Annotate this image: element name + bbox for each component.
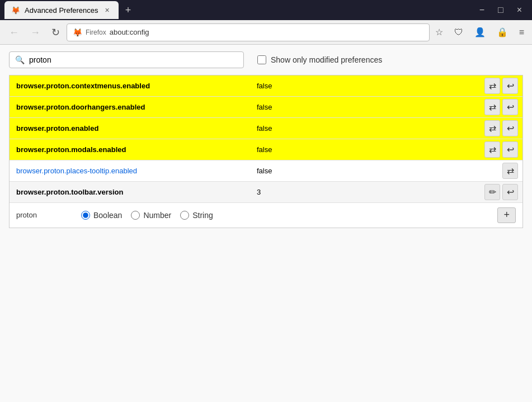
add-pref-name: proton: [16, 211, 72, 219]
search-icon: 🔍: [15, 55, 25, 64]
active-tab: 🦊 Advanced Preferences ×: [4, 1, 119, 19]
pref-actions: ✏ ↩: [480, 182, 522, 202]
reset-button[interactable]: ↩: [502, 141, 518, 158]
pref-actions: ⇄: [498, 160, 522, 181]
pref-value: false: [250, 162, 498, 179]
reset-button[interactable]: ↩: [502, 99, 518, 115]
number-radio[interactable]: [131, 211, 140, 220]
string-radio-label[interactable]: String: [180, 211, 213, 220]
address-bar[interactable]: 🦊 Firefox about:config: [67, 23, 430, 41]
search-input[interactable]: [29, 55, 238, 64]
string-label: String: [192, 211, 213, 220]
bookmark-star-button[interactable]: ☆: [432, 25, 446, 40]
add-preference-button[interactable]: +: [497, 207, 516, 223]
toggle-button[interactable]: ⇄: [484, 78, 500, 94]
pref-value: false: [250, 98, 480, 116]
pref-value: false: [250, 120, 480, 137]
main-content: 🔍 Show only modified preferences browser…: [0, 45, 532, 402]
address-text: about:config: [110, 28, 423, 36]
pref-value: false: [250, 141, 480, 158]
pref-actions: ⇄ ↩: [480, 118, 522, 139]
search-input-wrap: 🔍: [9, 51, 244, 68]
number-label: Number: [143, 211, 171, 220]
string-radio[interactable]: [180, 211, 189, 220]
pref-value: false: [250, 77, 480, 94]
maximize-button[interactable]: □: [492, 3, 509, 17]
tab-title: Advanced Preferences: [25, 6, 98, 15]
pref-actions: ⇄ ↩: [480, 139, 522, 160]
reset-button[interactable]: ↩: [502, 184, 518, 200]
modified-label: Show only modified preferences: [271, 55, 382, 64]
titlebar-tabs: 🦊 Advanced Preferences × +: [4, 1, 474, 19]
table-row: browser.proton.contextmenus.enabled fals…: [10, 75, 522, 97]
pref-name: browser.proton.enabled: [10, 120, 250, 137]
reload-button[interactable]: ↻: [47, 25, 64, 40]
pref-name: browser.proton.contextmenus.enabled: [10, 77, 250, 94]
protect-button[interactable]: 🔒: [493, 25, 511, 40]
table-row: browser.proton.enabled false ⇄ ↩: [10, 118, 522, 139]
type-radio-group: Boolean Number String: [81, 211, 213, 220]
boolean-radio[interactable]: [81, 211, 90, 220]
toggle-button[interactable]: ⇄: [484, 99, 500, 115]
menu-button[interactable]: ≡: [516, 25, 528, 40]
pref-name: browser.proton.toolbar.version: [10, 183, 250, 201]
close-button[interactable]: ×: [511, 3, 528, 17]
titlebar: 🦊 Advanced Preferences × + − □ ×: [0, 0, 532, 20]
boolean-label: Boolean: [93, 211, 122, 220]
pref-actions: ⇄ ↩: [480, 97, 522, 117]
toggle-button[interactable]: ⇄: [484, 141, 500, 158]
reset-button[interactable]: ↩: [502, 120, 518, 136]
firefox-logo-icon: 🦊: [73, 28, 82, 37]
titlebar-controls: − □ ×: [474, 3, 528, 17]
new-tab-button[interactable]: +: [121, 2, 136, 18]
pref-actions: ⇄ ↩: [480, 75, 522, 96]
firefox-icon: 🦊: [11, 6, 20, 15]
modified-check-label[interactable]: Show only modified preferences: [257, 55, 382, 64]
toggle-button[interactable]: ⇄: [484, 120, 500, 136]
edit-button[interactable]: ✏: [484, 184, 500, 200]
firefox-label: Firefox: [86, 29, 106, 36]
forward-button[interactable]: →: [26, 25, 45, 40]
shield-button[interactable]: 🛡: [451, 25, 467, 40]
table-row: browser.proton.places-tooltip.enabled fa…: [10, 160, 522, 182]
pref-name: browser.proton.modals.enabled: [10, 141, 250, 158]
toggle-button[interactable]: ⇄: [502, 163, 518, 179]
boolean-radio-label[interactable]: Boolean: [81, 211, 122, 220]
account-button[interactable]: 👤: [471, 25, 489, 40]
number-radio-label[interactable]: Number: [131, 211, 171, 220]
table-row: browser.proton.doorhangers.enabled false…: [10, 97, 522, 118]
minimize-button[interactable]: −: [474, 3, 490, 17]
nav-icons: ☆ 🛡 👤 🔒 ≡: [432, 25, 528, 40]
navbar: ← → ↻ 🦊 Firefox about:config ☆ 🛡 👤 🔒 ≡: [0, 20, 532, 45]
preferences-table: browser.proton.contextmenus.enabled fals…: [9, 75, 523, 203]
table-row: browser.proton.modals.enabled false ⇄ ↩: [10, 139, 522, 160]
tab-close-button[interactable]: ×: [103, 4, 112, 16]
pref-name: browser.proton.doorhangers.enabled: [10, 98, 250, 116]
pref-name: browser.proton.places-tooltip.enabled: [10, 162, 250, 179]
pref-value: 3: [250, 183, 480, 201]
back-button[interactable]: ←: [4, 25, 23, 40]
table-row: browser.proton.toolbar.version 3 ✏ ↩: [10, 182, 522, 203]
reset-button[interactable]: ↩: [502, 78, 518, 94]
modified-checkbox[interactable]: [257, 55, 266, 64]
search-bar: 🔍 Show only modified preferences: [9, 51, 523, 68]
add-preference-bar: proton Boolean Number String +: [9, 203, 523, 228]
